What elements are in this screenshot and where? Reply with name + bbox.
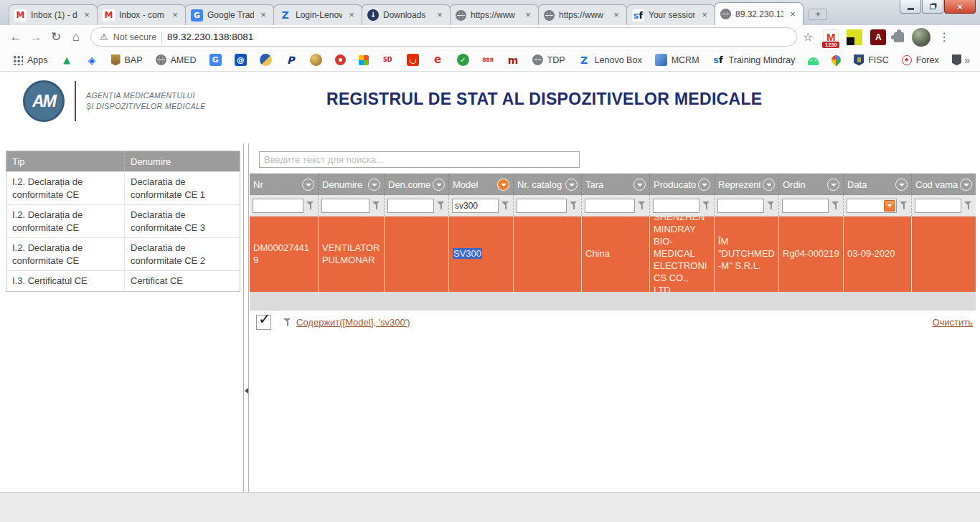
address-bar[interactable]: Not secure 89.32.230.138:8081 <box>90 27 797 47</box>
tab-active-registry[interactable]: 89.32.230.13 <box>715 2 804 25</box>
column-header-denumire[interactable]: Denumire <box>318 174 384 194</box>
close-tab-icon[interactable] <box>788 9 798 19</box>
column-header-nr[interactable]: Nr <box>250 174 318 194</box>
filter-enabled-checkbox[interactable] <box>256 315 271 330</box>
filter-input-nr-catalog[interactable] <box>517 199 567 213</box>
bookmark-item[interactable] <box>427 52 449 68</box>
bookmarks-overflow-chevron[interactable] <box>961 54 973 66</box>
profile-avatar[interactable] <box>912 28 930 47</box>
bookmark-item[interactable] <box>330 52 351 67</box>
table-row[interactable]: DM000274419 VENTILATOR PULMONAR SV300 Ch… <box>250 217 976 292</box>
chevron-down-icon[interactable] <box>895 179 908 191</box>
close-tab-icon[interactable] <box>523 10 533 20</box>
filter-input-ordin[interactable] <box>782 199 829 213</box>
bookmark-item[interactable] <box>377 52 399 68</box>
close-tab-icon[interactable] <box>82 10 92 20</box>
close-tab-icon[interactable] <box>170 10 180 20</box>
table-row[interactable]: I.2. Declarația de conformitate CE Decla… <box>6 171 240 204</box>
close-tab-icon[interactable] <box>611 10 621 20</box>
forward-button[interactable]: → <box>26 27 46 47</box>
url-text[interactable]: 89.32.230.138:8081 <box>167 32 253 42</box>
filter-input-reprezentant[interactable] <box>717 199 764 213</box>
close-tab-icon[interactable] <box>347 10 357 20</box>
table-row[interactable]: I.3. Certificatul CE Certificat CE <box>6 270 240 291</box>
filter-input-producatorul[interactable] <box>653 199 699 213</box>
bookmark-item[interactable]: TDP <box>527 52 570 67</box>
column-header-nr-catalog[interactable]: Nr. catalog <box>513 174 581 194</box>
bookmark-item[interactable] <box>477 52 499 68</box>
funnel-icon[interactable] <box>501 201 510 210</box>
bookmark-item[interactable]: Forex <box>897 53 944 67</box>
filter-expression-link[interactable]: Содержит([Model], 'sv300') <box>296 317 410 328</box>
funnel-icon[interactable] <box>570 201 578 210</box>
chevron-down-icon[interactable] <box>565 179 578 191</box>
funnel-icon[interactable] <box>306 201 315 210</box>
funnel-icon[interactable] <box>638 201 646 210</box>
filter-input-denumire[interactable] <box>321 199 369 213</box>
minimize-button[interactable] <box>900 0 921 14</box>
funnel-icon[interactable] <box>437 201 446 210</box>
chevron-down-icon[interactable] <box>302 179 314 191</box>
column-header-producatorul[interactable]: Producatorul <box>649 174 714 194</box>
tab-inbox-1[interactable]: Inbox (1) - d <box>9 4 98 25</box>
home-button[interactable]: ⌂ <box>66 27 86 47</box>
funnel-icon[interactable] <box>831 201 840 210</box>
bookmark-item[interactable] <box>56 52 78 68</box>
funnel-icon[interactable] <box>964 201 973 210</box>
bookmark-item[interactable] <box>402 52 424 68</box>
funnel-icon[interactable] <box>372 201 381 210</box>
bookmark-item[interactable]: MCRM <box>650 52 705 68</box>
close-tab-icon[interactable] <box>699 10 710 20</box>
bookmark-item[interactable] <box>230 52 252 68</box>
table-row[interactable]: I.2. Declarația de conformitate CE Decla… <box>6 237 240 270</box>
back-button[interactable]: ← <box>6 27 26 47</box>
column-header-cod-vamal[interactable]: Cod vamal <box>911 174 976 194</box>
filter-input-tara[interactable] <box>585 199 635 213</box>
bookmark-item[interactable] <box>255 52 277 68</box>
bookmark-item[interactable] <box>204 52 227 68</box>
chevron-down-icon[interactable] <box>960 179 972 191</box>
bookmark-item[interactable]: BAP <box>106 52 148 68</box>
notes-extension-icon[interactable] <box>847 29 862 45</box>
bookmark-item[interactable] <box>305 52 327 68</box>
column-header-ordin[interactable]: Ordin <box>778 174 843 194</box>
close-tab-icon[interactable] <box>435 10 445 20</box>
bookmark-item[interactable] <box>354 53 374 67</box>
filter-input-model[interactable] <box>452 199 499 213</box>
bookmark-item[interactable] <box>803 52 824 67</box>
column-header-model[interactable]: Model <box>448 174 513 194</box>
funnel-icon[interactable] <box>900 201 908 210</box>
sorted-chevron-icon[interactable] <box>497 179 509 191</box>
collapse-panel-icon[interactable] <box>245 388 248 394</box>
chevron-down-icon[interactable] <box>433 179 445 191</box>
column-header-tara[interactable]: Tara <box>581 174 649 194</box>
tab-inbox-2[interactable]: Inbox - com <box>97 4 186 25</box>
bookmark-item[interactable] <box>502 52 524 68</box>
gmail-extension-icon[interactable]: 1230 <box>823 29 839 45</box>
column-header-denumire[interactable]: Denumire <box>124 151 240 171</box>
date-dropdown-button[interactable] <box>884 200 895 212</box>
new-tab-button[interactable] <box>809 9 827 20</box>
tab-https-2[interactable]: https://www <box>538 4 627 25</box>
funnel-icon[interactable] <box>767 201 776 210</box>
table-row[interactable]: I.2. Declarația de conformitate CE Decla… <box>6 204 240 237</box>
column-header-reprezentant[interactable]: Reprezentant <box>714 174 778 194</box>
column-header-data[interactable]: Data <box>843 174 911 194</box>
filter-input-nr[interactable] <box>253 199 303 213</box>
chevron-down-icon[interactable] <box>368 179 380 191</box>
column-header-den-comerc[interactable]: Den.comerc. <box>384 174 448 194</box>
extensions-puzzle-icon[interactable] <box>894 32 904 42</box>
chevron-down-icon[interactable] <box>698 179 710 191</box>
chevron-down-icon[interactable] <box>763 179 775 191</box>
filter-input-cod-vamal[interactable] <box>915 199 961 213</box>
bookmark-item[interactable]: Training Mindray <box>707 52 801 68</box>
bookmark-item[interactable] <box>947 52 962 68</box>
panel-splitter[interactable] <box>243 143 249 492</box>
search-input[interactable] <box>259 151 580 168</box>
close-tab-icon[interactable] <box>258 10 268 20</box>
chevron-down-icon[interactable] <box>633 179 646 191</box>
reload-button[interactable]: ↻ <box>46 27 66 47</box>
close-window-button[interactable] <box>944 0 976 14</box>
bookmark-item[interactable] <box>81 52 103 68</box>
tab-login-lenovo[interactable]: Login-Lenov <box>273 4 362 25</box>
